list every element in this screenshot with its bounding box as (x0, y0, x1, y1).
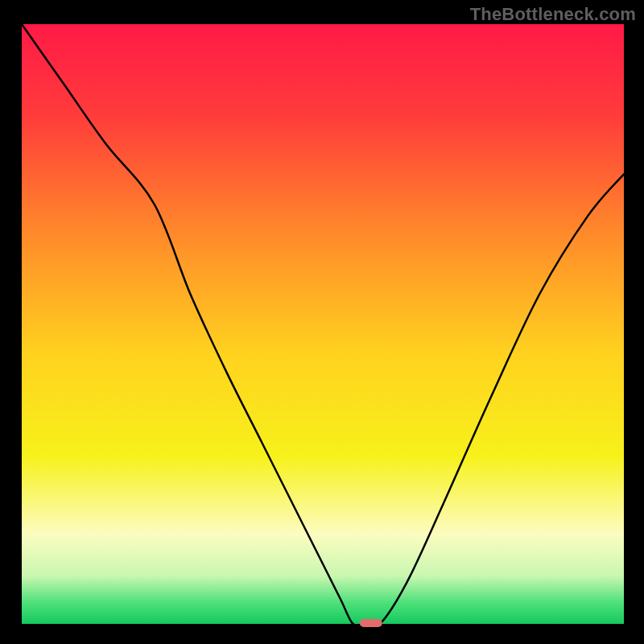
optimal-marker (360, 619, 382, 627)
watermark-label: TheBottleneck.com (470, 4, 636, 25)
chart-svg (0, 0, 644, 644)
plot-area (22, 24, 624, 624)
bottleneck-chart: TheBottleneck.com (0, 0, 644, 644)
